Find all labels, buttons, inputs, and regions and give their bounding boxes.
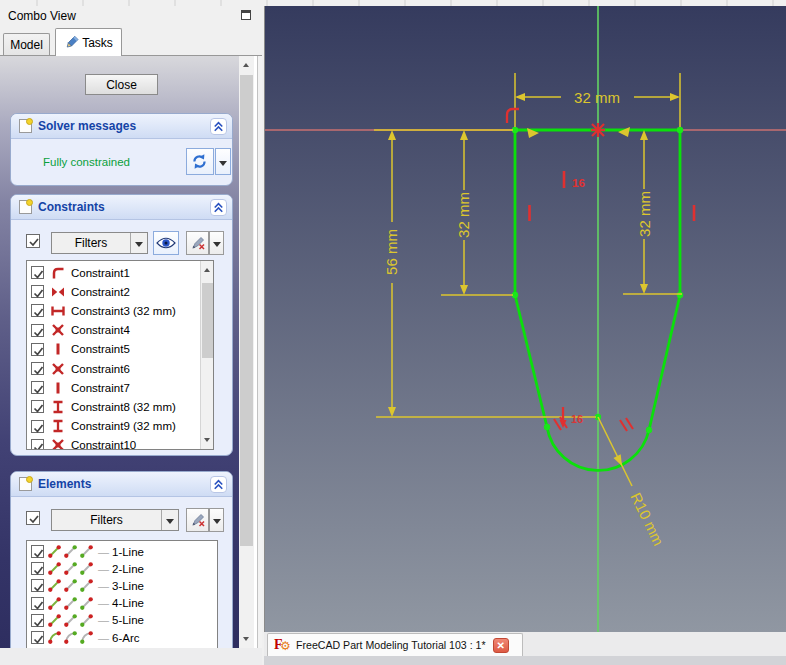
elements-list: —1-Line—2-Line—3-Line—4-Line—5-Line—6-Ar… (26, 540, 218, 648)
ref-number: 16 (572, 177, 585, 189)
scroll-down-button[interactable] (239, 631, 254, 648)
constraint-symmetric-icon (50, 284, 66, 300)
scroll-up-button[interactable] (239, 56, 254, 73)
row-checkbox[interactable] (31, 266, 44, 279)
freecad-window: Combo View Model Tasks Close (0, 0, 786, 665)
3d-viewport[interactable]: 32 mm 56 mm 32 mm 32 mm (264, 6, 786, 632)
row-checkbox[interactable] (31, 285, 44, 298)
tab-tasks[interactable]: Tasks (55, 28, 122, 56)
scroll-up-button[interactable] (201, 261, 214, 274)
sketch-left-slant[interactable] (515, 295, 547, 427)
row-checkbox[interactable] (31, 381, 44, 394)
origin-point[interactable] (591, 123, 605, 137)
document-tab-title: FreeCAD Part Modeling Tutorial 103 : 1* (296, 639, 486, 651)
update-button[interactable] (186, 148, 214, 175)
row-checkbox[interactable] (31, 324, 44, 337)
element-row[interactable]: —4-Line (27, 595, 217, 612)
elements-filter-combo[interactable]: Filters (51, 509, 179, 531)
row-checkbox[interactable] (31, 400, 44, 413)
dim-right-side-label[interactable]: 32 mm (636, 191, 653, 237)
chevron-down-icon (161, 510, 178, 530)
constraint-row[interactable]: Constraint4 (27, 321, 200, 340)
dim-radius-label[interactable]: R10 mm (627, 490, 667, 548)
element-row[interactable]: —3-Line (27, 577, 217, 594)
scroll-down-button[interactable] (201, 436, 214, 449)
element-row[interactable]: —5-Line (27, 612, 217, 629)
dim-left-side-label[interactable]: 32 mm (455, 192, 472, 238)
constraint-label: Constraint6 (71, 363, 130, 375)
update-dropdown[interactable] (215, 148, 231, 175)
ref-number: 16 (571, 413, 583, 425)
solver-messages-section: Solver messages Fully constrained (10, 113, 233, 186)
element-row[interactable]: —2-Line (27, 560, 217, 577)
row-checkbox[interactable] (31, 439, 44, 450)
close-button[interactable]: Close (85, 74, 158, 95)
element-settings-dropdown[interactable] (209, 508, 224, 532)
sketch-right-slant[interactable] (649, 295, 680, 430)
elements-master-checkbox[interactable] (26, 511, 40, 525)
chevron-up-icon (211, 477, 226, 492)
document-tab[interactable]: F⚙ FreeCAD Part Modeling Tutorial 103 : … (267, 633, 523, 656)
constraint-settings-dropdown[interactable] (209, 231, 224, 255)
constraint-coincident-icon (50, 361, 66, 377)
corner-constraint-icon (507, 109, 519, 123)
note-icon (19, 200, 32, 214)
constraint-row[interactable]: Constraint9 (32 mm) (27, 417, 200, 436)
tab-model[interactable]: Model (3, 33, 50, 56)
element-row[interactable]: —1-Line (27, 543, 217, 560)
panel-title: Combo View (8, 9, 76, 23)
constraint-vertical-icon (50, 341, 66, 357)
dim-arrow (614, 454, 623, 466)
eye-icon (156, 236, 176, 250)
dim-arrow (460, 285, 468, 295)
row-checkbox[interactable] (31, 420, 44, 433)
row-checkbox[interactable] (31, 631, 44, 644)
row-checkbox[interactable] (31, 343, 44, 356)
element-settings-button[interactable] (186, 508, 209, 532)
panel-scrollbar[interactable] (239, 56, 254, 648)
scrollbar-thumb[interactable] (202, 283, 213, 358)
element-label: 1-Line (112, 546, 144, 558)
show-hide-button[interactable] (153, 231, 179, 255)
pencil-icon (64, 35, 79, 50)
constraints-master-checkbox[interactable] (26, 234, 40, 248)
dim-top-width-label[interactable]: 32 mm (574, 89, 620, 106)
constraint-row[interactable]: Constraint2 (27, 282, 200, 301)
solver-messages-header[interactable]: Solver messages (11, 114, 232, 139)
note-icon (19, 477, 32, 491)
constraint-settings-button[interactable] (186, 231, 209, 255)
document-tab-close-button[interactable]: ✕ (493, 638, 509, 653)
collapse-button[interactable] (210, 118, 227, 135)
row-checkbox[interactable] (31, 304, 44, 317)
dim-left-height-label[interactable]: 56 mm (383, 229, 400, 275)
constraint-row[interactable]: Constraint10 (27, 436, 200, 450)
collapse-button[interactable] (210, 476, 227, 493)
constraint-row[interactable]: Constraint3 (32 mm) (27, 301, 200, 320)
element-line-icons (47, 613, 94, 628)
element-row[interactable]: —6-Arc (27, 629, 217, 646)
row-checkbox[interactable] (31, 614, 44, 627)
scrollbar-thumb[interactable] (240, 75, 253, 546)
constraint-row[interactable]: Constraint5 (27, 340, 200, 359)
constraint-row[interactable]: Constraint6 (27, 359, 200, 378)
row-checkbox[interactable] (31, 597, 44, 610)
dim-arrow (515, 93, 525, 101)
row-checkbox[interactable] (31, 545, 44, 558)
constraints-filter-combo[interactable]: Filters (51, 232, 148, 254)
element-label: 2-Line (112, 563, 144, 575)
element-line-icons (47, 561, 94, 576)
constraint-corner-icon (50, 265, 66, 281)
constraints-list-scrollbar[interactable] (200, 261, 213, 449)
row-checkbox[interactable] (31, 562, 44, 575)
collapse-button[interactable] (210, 199, 227, 216)
constraint-row[interactable]: Constraint8 (32 mm) (27, 397, 200, 416)
constraint-label: Constraint4 (71, 324, 130, 336)
elements-header[interactable]: Elements (11, 472, 232, 497)
float-panel-icon[interactable] (241, 10, 251, 20)
constraint-row[interactable]: Constraint7 (27, 378, 200, 397)
constraints-header[interactable]: Constraints (11, 195, 232, 220)
constraint-row[interactable]: Constraint1 (27, 263, 200, 282)
panel-titlebar: Combo View (0, 6, 262, 27)
row-checkbox[interactable] (31, 579, 44, 592)
row-checkbox[interactable] (31, 362, 44, 375)
